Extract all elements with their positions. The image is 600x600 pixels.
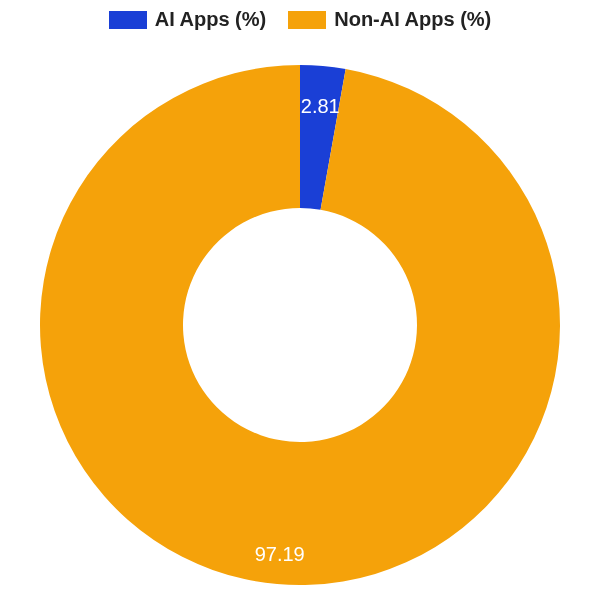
legend-swatch-nonai	[288, 11, 326, 29]
donut-chart: 2.81 97.19	[30, 55, 570, 595]
legend-swatch-ai	[109, 11, 147, 29]
legend-label-nonai: Non-AI Apps (%)	[334, 8, 491, 31]
legend-item-nonai: Non-AI Apps (%)	[288, 8, 491, 31]
donut-svg	[30, 55, 570, 595]
legend: AI Apps (%) Non-AI Apps (%)	[0, 8, 600, 31]
slice-label-nonai: 97.19	[255, 543, 305, 566]
slice-label-ai: 2.81	[301, 94, 340, 117]
legend-item-ai: AI Apps (%)	[109, 8, 266, 31]
legend-label-ai: AI Apps (%)	[155, 8, 266, 31]
chart-container: AI Apps (%) Non-AI Apps (%) 2.81 97.19	[0, 0, 600, 600]
